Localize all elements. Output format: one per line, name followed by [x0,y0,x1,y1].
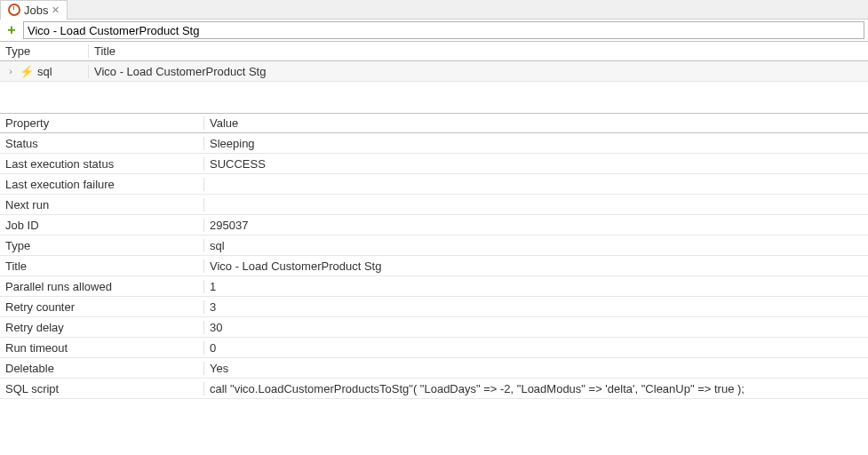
empty-row [0,81,868,100]
property-name: Title [0,259,204,273]
spacer [0,100,868,113]
property-row[interactable]: Last execution statusSUCCESS [0,154,868,174]
property-name: Parallel runs allowed [0,280,204,293]
property-name: Last execution status [0,157,204,171]
property-row[interactable]: Retry delay30 [0,317,868,338]
jobs-table-header: Type Title [0,42,868,61]
property-value: call "vico.LoadCustomerProductsToStg"( "… [204,382,868,395]
property-row[interactable]: Job ID295037 [0,215,868,235]
search-input[interactable] [23,21,864,39]
property-name: Deletable [0,362,204,375]
property-name: Last execution failure [0,178,204,191]
column-header-property[interactable]: Property [0,116,204,130]
property-name: Run timeout [0,341,204,355]
property-value: 1 [204,280,868,293]
property-name: Next run [0,198,204,212]
close-icon[interactable]: ✕ [52,4,60,16]
jobs-table: Type Title › ⚡ sql Vico - Load CustomerP… [0,41,868,100]
property-value: 3 [204,300,868,314]
property-name: Job ID [0,219,204,232]
clock-icon [8,4,20,16]
property-row[interactable]: Parallel runs allowed1 [0,276,868,297]
property-value: 295037 [204,219,868,232]
property-row[interactable]: Retry counter3 [0,297,868,317]
property-value: SUCCESS [204,157,868,171]
table-row[interactable]: › ⚡ sql Vico - Load CustomerProduct Stg [0,61,868,81]
properties-table-header: Property Value [0,114,868,133]
tab-title: Jobs [24,4,48,17]
property-row[interactable]: SQL scriptcall "vico.LoadCustomerProduct… [0,379,868,399]
property-name: Type [0,239,204,252]
property-value: Vico - Load CustomerProduct Stg [204,259,868,273]
property-row[interactable]: StatusSleeping [0,133,868,154]
property-name: Status [0,137,204,150]
property-value: 0 [204,341,868,355]
property-name: SQL script [0,382,204,395]
column-header-type[interactable]: Type [0,44,89,58]
property-row[interactable]: Typesql [0,235,868,256]
property-row[interactable]: DeletableYes [0,358,868,379]
chevron-right-icon[interactable]: › [5,66,16,76]
column-header-value[interactable]: Value [204,116,868,130]
job-type: sql [37,65,52,78]
tab-jobs[interactable]: Jobs ✕ [0,0,68,20]
property-value: sql [204,239,868,252]
property-value: Yes [204,362,868,375]
properties-table: Property Value StatusSleepingLast execut… [0,113,868,399]
plus-icon: + [7,23,15,37]
job-title: Vico - Load CustomerProduct Stg [89,65,868,78]
property-value: Sleeping [204,137,868,150]
property-name: Retry counter [0,300,204,314]
property-row[interactable]: Next run [0,195,868,215]
property-row[interactable]: Run timeout0 [0,338,868,358]
property-row[interactable]: TitleVico - Load CustomerProduct Stg [0,256,868,276]
add-button[interactable]: + [4,22,20,38]
column-header-title[interactable]: Title [89,44,868,58]
property-row[interactable]: Last execution failure [0,174,868,195]
toolbar: + [0,20,868,41]
tab-bar: Jobs ✕ [0,0,868,20]
property-name: Retry delay [0,321,204,334]
bolt-icon: ⚡ [20,66,34,77]
property-value: 30 [204,321,868,334]
